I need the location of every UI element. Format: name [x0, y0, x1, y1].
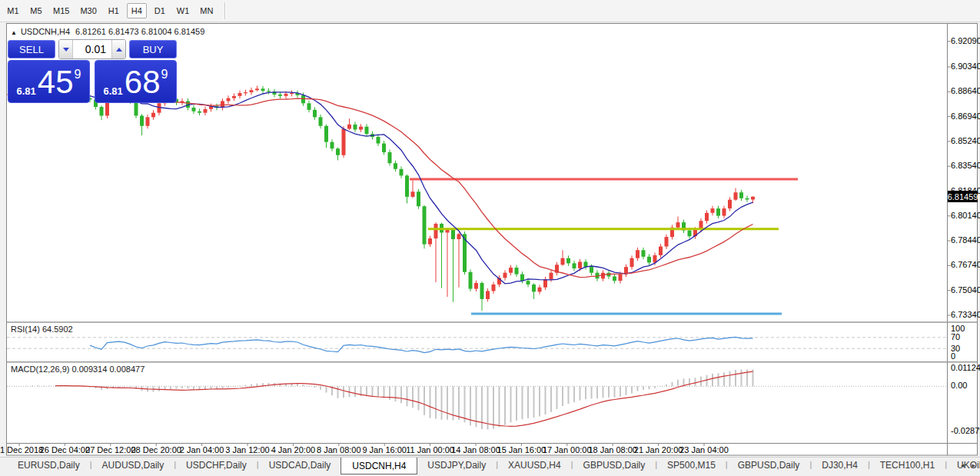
symbol-collapse-icon[interactable]: ▲: [11, 29, 17, 36]
axis-label: 6.73340: [951, 310, 980, 319]
chart-tab-usdchf-daily[interactable]: USDCHF,Daily: [176, 458, 257, 473]
axis-label: 6.83540: [951, 161, 980, 170]
mt4-app: M1M5M15M30H1H4D1W1MN ▲USDCNH,H46.81261 6…: [0, 0, 980, 476]
axis-label: 6.78440: [951, 235, 980, 245]
axis-label: 6.88640: [951, 86, 980, 95]
axis-label: 0: [951, 351, 955, 361]
sell-price-bigfigure: 6.81: [17, 85, 36, 97]
time-axis-label: 27 Dec 12:00: [85, 445, 135, 454]
sell-button[interactable]: SELL: [8, 40, 55, 58]
chart-tab-xauusd-h4[interactable]: XAUUSD,H4: [498, 458, 571, 473]
chart-tab-gbpusd-daily[interactable]: GBPUSD,Daily: [728, 458, 810, 473]
one-click-trading-panel: SELL 0.01 BUY 6.81459 6.81689: [8, 38, 177, 103]
symbol-name: USDCNH,H4: [21, 27, 70, 36]
chart-tab-bar: EURUSD,Daily|AUDUSD,Daily|USDCHF,Daily|U…: [0, 457, 980, 476]
time-axis-label: 28 Dec 20:00: [131, 445, 181, 454]
time-axis-label: 18 Jan 08:00: [588, 445, 637, 454]
arrow-down-icon: [63, 48, 69, 52]
sell-price-pips: 45: [38, 68, 74, 97]
chart-tabs: EURUSD,Daily|AUDUSD,Daily|USDCHF,Daily|U…: [8, 458, 980, 474]
axis-label: 6.92090: [951, 36, 980, 45]
axis-label: 6.90340: [951, 62, 980, 71]
axis-label: 0.011242: [951, 363, 980, 372]
chart-tab-dj30-h4[interactable]: DJ30,H4: [812, 458, 868, 473]
time-axis-label: 9 Jan 16:00: [362, 445, 407, 454]
chart-tab-usdjpy-daily[interactable]: USDJPY,Daily: [417, 458, 496, 473]
buy-price-pips: 68: [125, 68, 161, 97]
time-axis-label: 21 Jan 20:00: [634, 445, 683, 454]
chart-tab-usdcad-daily[interactable]: USDCAD,Daily: [259, 458, 341, 473]
tab-scroll-arrows: ◂ ▸: [959, 461, 977, 469]
time-axis-label: 14 Jan 08:00: [451, 445, 500, 454]
chart-title: ▲USDCNH,H46.81261 6.81473 6.81004 6.8145…: [11, 27, 204, 36]
buy-price-display[interactable]: 6.81689: [95, 60, 177, 103]
chart-tab-eurusd-daily[interactable]: EURUSD,Daily: [8, 458, 90, 473]
axis-label: 6.75040: [951, 285, 980, 295]
chart-tab-tech100-h1[interactable]: TECH100,H1: [870, 458, 945, 473]
volume-decrease-button[interactable]: [59, 40, 73, 58]
time-axis-label: 21 Dec 2018: [0, 445, 43, 454]
buy-price-pipette: 9: [161, 68, 168, 82]
tab-scroll-left-icon[interactable]: ◂: [959, 461, 966, 469]
time-axis-label: 3 Jan 12:00: [225, 445, 270, 454]
axis-label: 6.85240: [951, 136, 980, 145]
rsi-label: RSI(14) 64.5902: [11, 325, 73, 334]
sell-price-pipette: 9: [75, 68, 81, 82]
chart-tab-usdcnh-h4[interactable]: USDCNH,H4: [341, 458, 417, 474]
arrow-up-icon: [116, 48, 122, 52]
time-axis-label: 11 Jan 00:00: [406, 445, 454, 454]
time-axis-label: 2 Jan 04:00: [180, 445, 224, 454]
time-axis-label: 8 Jan 08:00: [317, 445, 361, 454]
time-axis-label: 4 Jan 20:00: [271, 445, 316, 454]
axis-label: 6.86940: [951, 112, 980, 121]
volume-stepper: 0.01: [58, 39, 126, 59]
time-axis-label: 26 Dec 04:00: [40, 445, 90, 454]
time-axis-label: 17 Jan 00:00: [543, 445, 592, 454]
axis-label: 0.00: [951, 381, 967, 390]
sell-price-display[interactable]: 6.81459: [8, 60, 90, 103]
chart-tab-sp500-m15[interactable]: SP500,M15: [657, 458, 726, 473]
volume-increase-button[interactable]: [111, 40, 125, 58]
macd-label: MACD(12,26,9) 0.009314 0.008477: [11, 364, 145, 374]
axis-label: 6.80140: [951, 211, 980, 220]
volume-input[interactable]: 0.01: [73, 40, 111, 58]
buy-price-bigfigure: 6.81: [104, 85, 123, 97]
time-axis-label: 23 Jan 04:00: [679, 445, 729, 454]
axis-label: -0.028797: [951, 426, 980, 435]
chart-tab-audusd-daily[interactable]: AUDUSD,Daily: [92, 458, 174, 473]
axis-label: 70: [951, 332, 960, 341]
tab-scroll-right-icon[interactable]: ▸: [970, 461, 977, 469]
time-axis-label: 15 Jan 16:00: [497, 445, 546, 454]
chart-tab-gbpusd-daily[interactable]: GBPUSD,Daily: [573, 458, 656, 473]
ohlc-values: 6.81261 6.81473 6.81004 6.81459: [75, 27, 204, 36]
axis-label: 6.76740: [951, 260, 980, 269]
current-price-badge: 6.81459: [948, 191, 978, 202]
buy-button[interactable]: BUY: [129, 40, 177, 58]
